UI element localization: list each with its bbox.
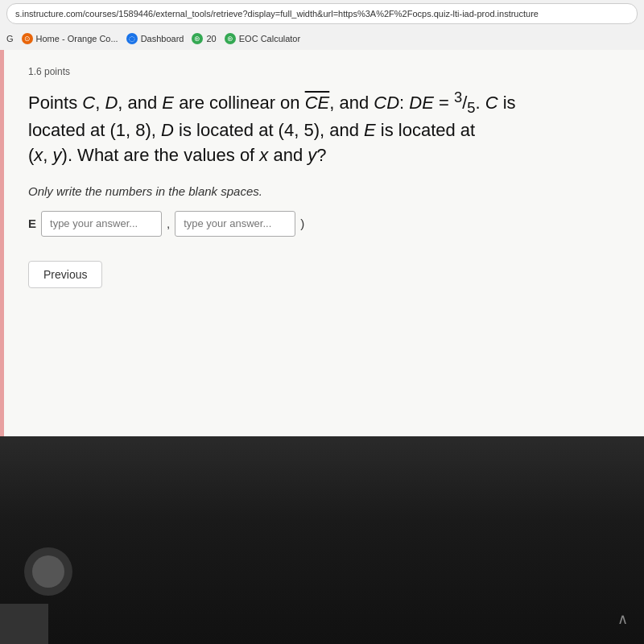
scroll-arrow-icon: ∧ [617,610,628,628]
x-answer-input[interactable] [41,211,162,237]
dashboard-icon: ◌ [126,33,138,44]
bookmark-g-label: G [6,34,14,43]
y-answer-input[interactable] [175,211,295,237]
bookmark-eoc[interactable]: ⊛ EOC Calculator [225,33,300,44]
previous-button[interactable]: Previous [28,261,102,288]
bookmark-eoc-label: EOC Calculator [239,34,300,43]
home-icon: ⊙ [22,33,33,44]
bookmark-20-icon: ⊛ [192,33,203,44]
taskbar-icon [0,604,48,644]
url-bar[interactable]: s.instructure.com/courses/1589446/extern… [6,3,638,24]
bookmark-g[interactable]: G [6,34,14,43]
question-text: Points C, D, and E are collinear on CE, … [28,87,620,168]
comma-separator: , [167,217,170,230]
close-paren: ) [300,217,304,230]
bookmark-20-label: 20 [206,34,216,43]
pink-accent-bar [0,50,4,436]
page-content: 1.6 points Points C, D, and E are collin… [0,50,644,436]
browser-chrome: s.instructure.com/courses/1589446/extern… [0,0,644,50]
answer-e-label: E [28,217,36,230]
camera-lens [32,555,64,588]
answer-row: E , ) [28,211,620,237]
instruction-text: Only write the numbers in the blank spac… [28,184,620,198]
eoc-icon: ⊛ [225,33,236,44]
bookmarks-bar: G ⊙ Home - Orange Co... ◌ Dashboard ⊛ 20… [0,27,644,50]
question-text-part2: located at (1, 8), D is located at (4, 5… [28,120,475,140]
bookmark-home-label: Home - Orange Co... [36,34,118,43]
points-label: 1.6 points [28,66,620,77]
bookmark-home[interactable]: ⊙ Home - Orange Co... [22,33,118,44]
laptop-bottom: ∧ [0,436,644,644]
bookmark-dashboard-label: Dashboard [141,34,184,43]
laptop-camera [24,547,72,596]
question-container: 1.6 points Points C, D, and E are collin… [0,50,644,304]
bookmark-20[interactable]: ⊛ 20 [192,33,216,44]
question-text-part1: Points C, D, and E are collinear on CE, … [28,93,516,113]
bookmark-dashboard[interactable]: ◌ Dashboard [126,33,184,44]
url-text: s.instructure.com/courses/1589446/extern… [15,9,539,19]
question-text-part3: (x, y). What are the values of x and y? [28,145,327,165]
